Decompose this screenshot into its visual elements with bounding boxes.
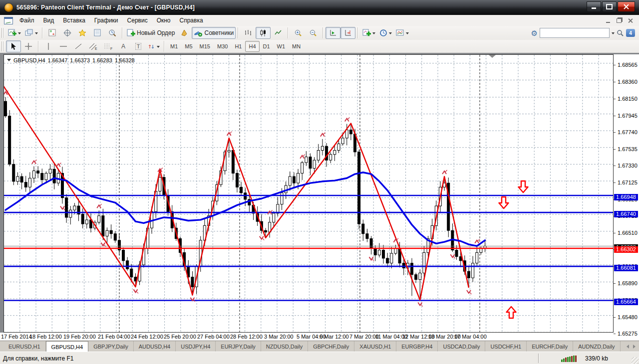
toolbar-grip[interactable]: [1, 28, 4, 38]
tab-audusd-h4[interactable]: AUDUSD,H4: [134, 341, 176, 352]
menu-file[interactable]: Файл: [15, 15, 39, 25]
timeframe-m15[interactable]: M15: [196, 41, 214, 52]
timeframe-w1[interactable]: W1: [274, 41, 289, 52]
toolbar-grip[interactable]: [1, 41, 4, 51]
menu-insert[interactable]: Вставка: [58, 15, 90, 25]
advisors-button[interactable]: Советники: [192, 27, 236, 39]
mdi-minimize-button[interactable]: [604, 17, 612, 24]
status-connection-cell: 339/0 kb: [539, 354, 630, 363]
navigator-button[interactable]: [60, 27, 75, 39]
cursor-icon: [10, 42, 17, 50]
timeframe-mn[interactable]: MN: [289, 41, 304, 52]
label-tool-button[interactable]: T: [131, 40, 146, 52]
tab-usdcad-daily[interactable]: USDCAD,Daily: [438, 341, 485, 352]
price-level-badge: 1.66740: [614, 211, 638, 217]
toolbar-separator: [288, 27, 289, 38]
new-order-icon: [127, 29, 135, 37]
chart-bars-button[interactable]: [241, 27, 256, 39]
mdi-restore-button[interactable]: [615, 17, 623, 24]
chart-line-button[interactable]: [271, 27, 286, 39]
timeframe-d1[interactable]: D1: [260, 41, 274, 52]
maximize-button[interactable]: [602, 1, 617, 12]
strategy-tester-button[interactable]: [105, 27, 120, 39]
tab-eurusd-h1[interactable]: EURUSD,H1: [3, 341, 46, 352]
vline-tool-button[interactable]: [41, 40, 56, 52]
dropdown-caret-icon: [18, 32, 21, 36]
chart-shift-button[interactable]: [340, 27, 355, 39]
chart-symbol-line[interactable]: GBPUSD,H4 1.66347 1.66373 1.66283 1.6632…: [7, 57, 135, 63]
settings-gear-icon[interactable]: ⚙: [531, 29, 538, 37]
zoom-in-button[interactable]: [291, 27, 306, 39]
trendline-tool-button[interactable]: [71, 40, 86, 52]
hline-tool-button[interactable]: [56, 40, 71, 52]
price-axis[interactable]: 1.685651.683601.681501.679451.677401.675…: [614, 54, 639, 341]
tab-eurchf-daily[interactable]: EURCHF,Daily: [527, 341, 573, 352]
profiles-button[interactable]: [23, 27, 40, 39]
price-axis-label: 1.67945: [618, 113, 638, 119]
search-icon[interactable]: [617, 29, 624, 37]
time-axis-label: 18 Feb 12:00: [29, 334, 62, 340]
tab-gbpusd-h4[interactable]: GBPUSD,H4: [46, 341, 89, 352]
tab-nzdusd-daily[interactable]: NZDUSD,Daily: [261, 341, 308, 352]
fibonacci-tool-button[interactable]: F: [101, 40, 116, 52]
price-axis-tick: [614, 132, 616, 133]
text-tool-button[interactable]: A: [116, 40, 131, 52]
favorites-button[interactable]: [75, 27, 90, 39]
channel-tool-button[interactable]: E: [86, 40, 101, 52]
chart-plot-area[interactable]: GBPUSD,H4 1.66347 1.66373 1.66283 1.6632…: [3, 54, 614, 333]
indicators-button[interactable]: [360, 27, 377, 39]
tab-eurjpy-daily[interactable]: EURJPY,Daily: [216, 341, 261, 352]
toolbar-separator: [42, 27, 43, 38]
timeframe-m1[interactable]: M1: [167, 41, 181, 52]
label-tool-letter: T: [135, 43, 142, 50]
price-axis-label: 1.67740: [618, 129, 638, 136]
price-axis-tick: [614, 283, 616, 284]
chart-candles-button[interactable]: [256, 27, 271, 39]
new-chart-button[interactable]: [6, 27, 23, 39]
cursor-tool-button[interactable]: [6, 40, 21, 52]
data-window-button[interactable]: [90, 27, 105, 39]
timeframe-m30[interactable]: M30: [214, 41, 231, 52]
tabs-scroll-right-icon[interactable]: [633, 345, 638, 349]
new-chart-icon: [8, 29, 16, 37]
timeframe-h1[interactable]: H1: [231, 41, 245, 52]
autotrading-button[interactable]: [177, 27, 192, 39]
market-watch-button[interactable]: [45, 27, 60, 39]
close-button[interactable]: [618, 1, 635, 12]
chart-canvas[interactable]: [4, 55, 613, 332]
mdi-close-button[interactable]: [626, 17, 634, 24]
minimize-button[interactable]: [587, 1, 601, 12]
menu-view[interactable]: Вид: [39, 15, 59, 25]
zoom-out-button[interactable]: [306, 27, 320, 39]
tabs-scroll-left-icon[interactable]: [625, 345, 629, 349]
down-arrow-object: [499, 197, 509, 208]
templates-button[interactable]: [394, 27, 411, 39]
channel-icon: E: [89, 42, 98, 50]
resize-grip[interactable]: [632, 357, 639, 364]
timeframe-m5[interactable]: M5: [181, 41, 196, 52]
star-icon: [78, 29, 86, 37]
menu-charts[interactable]: Графики: [90, 15, 123, 25]
new-order-button[interactable]: Новый Ордер: [125, 27, 177, 39]
autoscroll-button[interactable]: [325, 27, 340, 39]
tab-xauusd-h1[interactable]: XAUUSD,H1: [354, 341, 396, 352]
menu-service[interactable]: Сервис: [123, 15, 152, 25]
tab-usdjpy-h4[interactable]: USDJPY,H4: [176, 341, 216, 352]
menu-window[interactable]: Окно: [152, 15, 175, 25]
tab-audnzd-daily[interactable]: AUDNZD,Daily: [573, 341, 620, 352]
chart-window-icon[interactable]: [4, 17, 13, 24]
tab-gbpjpy-daily[interactable]: GBPJPY,Daily: [88, 341, 134, 352]
arrows-tool-button[interactable]: [146, 40, 162, 52]
search-dropdown-caret-icon[interactable]: [612, 32, 615, 36]
timeframe-h4[interactable]: H4: [245, 41, 259, 52]
time-axis[interactable]: 17 Feb 201418 Feb 12:0019 Feb 20:0021 Fe…: [0, 333, 614, 341]
crosshair-tool-button[interactable]: [21, 40, 36, 52]
periods-button[interactable]: [377, 27, 394, 39]
tab-gbpchf-daily[interactable]: GBPCHF,Daily: [308, 341, 354, 352]
collapse-triangle-icon[interactable]: [7, 59, 11, 63]
search-input[interactable]: [540, 28, 610, 38]
menu-help[interactable]: Справка: [175, 15, 208, 25]
tab-usdchf-h1[interactable]: USDCHF,H1: [485, 341, 527, 352]
notifications-badge[interactable]: 4: [626, 29, 635, 37]
tab-eurgbp-h4[interactable]: EURGBP,H4: [396, 341, 438, 352]
